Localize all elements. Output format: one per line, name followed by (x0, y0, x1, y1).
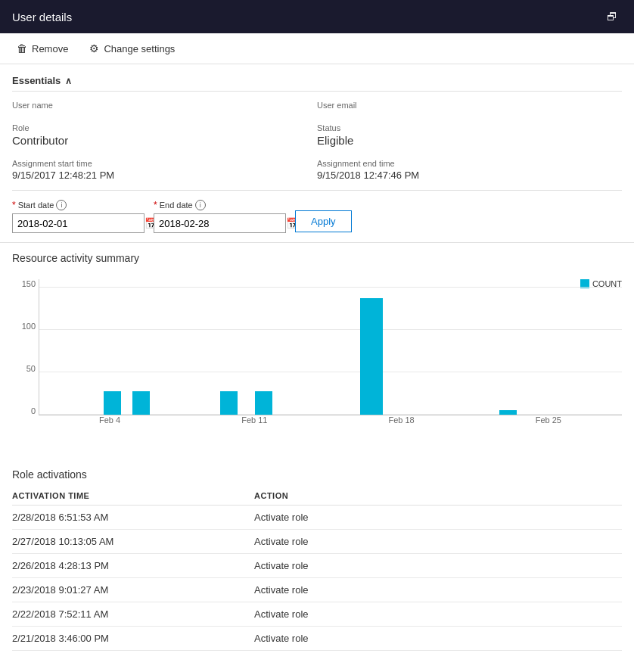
change-settings-button[interactable]: ⚙ Change settings (85, 39, 179, 58)
action-cell: Activate role (254, 627, 622, 651)
end-date-field: * End date i 📅 (154, 200, 286, 233)
action-cell: Activate role (254, 530, 622, 554)
table-row: 2/22/2018 7:52:11 AMActivate role (12, 602, 622, 627)
chevron-up-icon: ∧ (65, 76, 72, 86)
essentials-grid: User name User email Role Contributor St… (12, 92, 622, 191)
change-settings-label: Change settings (104, 43, 175, 54)
chart-bar (499, 410, 517, 415)
activation-time-cell: 2/22/2018 7:52:11 AM (12, 602, 254, 627)
x-label-feb4: Feb 4 (99, 415, 120, 431)
start-date-field: * Start date i 📅 (12, 200, 145, 233)
col-action: ACTION (254, 487, 622, 506)
table-row: 2/26/2018 4:28:13 PMActivate role (12, 554, 622, 578)
x-axis-labels: Feb 4 Feb 11 Feb 18 Feb 25 (39, 415, 622, 431)
assignment-end-field: Assignment end time 9/15/2018 12:47:46 P… (317, 156, 622, 184)
table-header: ACTIVATION TIME ACTION (12, 487, 622, 506)
y-label-100: 100 (22, 322, 36, 331)
settings-icon: ⚙ (89, 42, 99, 54)
window-controls: 🗗 (602, 9, 622, 24)
essentials-label: Essentials (12, 75, 61, 86)
end-date-input[interactable] (159, 218, 286, 229)
status-value: Eligible (317, 134, 622, 147)
remove-label: Remove (32, 43, 68, 54)
assignment-end-label: Assignment end time (317, 159, 622, 168)
x-label-feb11: Feb 11 (241, 415, 267, 431)
assignment-start-field: Assignment start time 9/15/2017 12:48:21… (12, 156, 317, 184)
user-email-label: User email (317, 101, 622, 110)
assignment-start-value: 9/15/2017 12:48:21 PM (12, 170, 317, 181)
action-cell: Activate role (254, 602, 622, 627)
date-filter-row: * Start date i 📅 * End date i 📅 Apply (0, 191, 634, 243)
col-activation-time: ACTIVATION TIME (12, 487, 254, 506)
grid-line-0 (39, 414, 622, 415)
remove-icon: 🗑 (17, 42, 27, 54)
end-required-star: * (154, 200, 157, 210)
assignment-start-label: Assignment start time (12, 159, 317, 168)
end-date-label: * End date i (154, 200, 286, 210)
user-email-field: User email (317, 98, 622, 114)
grid-line-100 (39, 329, 622, 330)
activation-time-cell: 2/21/2018 3:46:00 PM (12, 627, 254, 651)
chart-plot (39, 279, 622, 415)
start-date-input[interactable] (17, 218, 145, 229)
chart-bar (360, 298, 384, 415)
essentials-header[interactable]: Essentials ∧ (12, 70, 622, 92)
apply-button[interactable]: Apply (295, 210, 352, 232)
grid-line-150 (39, 287, 622, 288)
table-body: 2/28/2018 6:51:53 AMActivate role2/27/20… (12, 506, 622, 651)
table-row: 2/27/2018 10:13:05 AMActivate role (12, 530, 622, 554)
table-row: 2/21/2018 3:46:00 PMActivate role (12, 627, 622, 651)
restore-button[interactable]: 🗗 (602, 9, 622, 24)
status-field: Status Eligible (317, 120, 622, 150)
y-axis: 150 100 50 0 (12, 279, 39, 415)
activation-time-cell: 2/26/2018 4:28:13 PM (12, 554, 254, 578)
user-name-field: User name (12, 98, 317, 114)
x-label-feb25: Feb 25 (536, 415, 561, 431)
table-header-row: ACTIVATION TIME ACTION (12, 487, 622, 506)
role-field: Role Contributor (12, 120, 317, 150)
y-label-150: 150 (22, 279, 36, 288)
chart-title: Resource activity summary (12, 252, 622, 264)
end-date-input-wrapper: 📅 (154, 213, 286, 233)
required-star: * (12, 200, 16, 210)
activations-table: ACTIVATION TIME ACTION 2/28/2018 6:51:53… (12, 487, 622, 651)
action-cell: Activate role (254, 506, 622, 530)
essentials-section: Essentials ∧ User name User email Role C… (0, 64, 634, 191)
table-row: 2/28/2018 6:51:53 AMActivate role (12, 506, 622, 530)
activation-time-cell: 2/28/2018 6:51:53 AM (12, 506, 254, 530)
action-cell: Activate role (254, 578, 622, 602)
assignment-end-value: 9/15/2018 12:47:46 PM (317, 170, 622, 181)
chart-container: COUNT 150 100 50 0 Feb 4 Feb 11 Feb 18 F… (12, 279, 622, 453)
activations-title: Role activations (12, 468, 622, 481)
table-row: 2/23/2018 9:01:27 AMActivate role (12, 578, 622, 602)
activations-section: Role activations ACTIVATION TIME ACTION … (0, 462, 634, 657)
role-label: Role (12, 123, 317, 132)
role-value: Contributor (12, 134, 317, 147)
title-bar: User details 🗗 (0, 0, 634, 33)
activation-time-cell: 2/27/2018 10:13:05 AM (12, 530, 254, 554)
toolbar: 🗑 Remove ⚙ Change settings (0, 33, 634, 64)
page-title: User details (12, 11, 72, 23)
chart-bar (132, 391, 150, 415)
chart-area: 150 100 50 0 Feb 4 Feb 11 Feb 18 Feb 25 (12, 279, 622, 431)
action-cell: Activate role (254, 554, 622, 578)
chart-section: Resource activity summary COUNT 150 100 … (0, 243, 634, 462)
y-label-50: 50 (26, 364, 36, 373)
activation-time-cell: 2/23/2018 9:01:27 AM (12, 578, 254, 602)
chart-bar (104, 391, 121, 415)
end-date-info-icon[interactable]: i (195, 200, 206, 210)
grid-line-50 (39, 372, 622, 372)
y-label-0: 0 (31, 406, 36, 415)
chart-bar (255, 391, 272, 415)
remove-button[interactable]: 🗑 Remove (12, 39, 73, 58)
end-date-label-text: End date (160, 201, 193, 210)
user-name-label: User name (12, 101, 317, 110)
x-label-feb18: Feb 18 (388, 415, 414, 431)
status-label: Status (317, 123, 622, 132)
start-date-label-text: Start date (18, 201, 54, 210)
start-date-label: * Start date i (12, 200, 145, 210)
chart-bar (220, 391, 238, 415)
start-date-input-wrapper: 📅 (12, 213, 145, 233)
start-date-info-icon[interactable]: i (56, 200, 67, 210)
